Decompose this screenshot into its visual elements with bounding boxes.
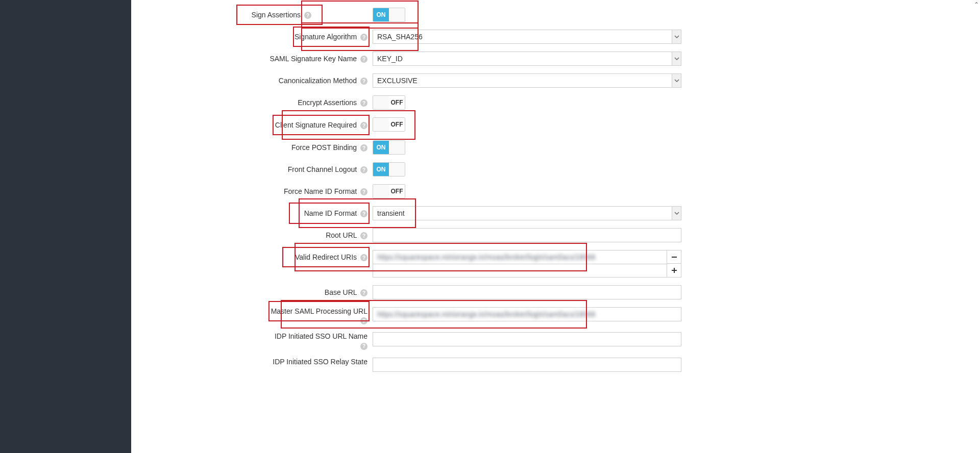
row-client-signature-required: Client Signature Required ? OFF [141,117,703,133]
input-idp-initiated-sso-relay-state[interactable] [373,358,681,372]
label-force-name-id-format: Force Name ID Format [284,187,357,195]
remove-uri-button[interactable] [667,250,681,264]
toggle-off-label [389,163,405,176]
row-saml-signature-key-name: SAML Signature Key Name ? KEY_ID [141,52,703,66]
minus-icon [671,254,677,260]
label-front-channel-logout: Front Channel Logout [288,165,357,173]
label-saml-signature-key-name: SAML Signature Key Name [270,55,357,63]
help-icon[interactable]: ? [360,78,368,85]
sidebar [0,0,131,453]
toggle-on-label [373,96,389,109]
toggle-off-label: OFF [389,96,405,109]
toggle-off-label [389,141,405,154]
input-valid-redirect-uri-0[interactable]: https://squarespace.miniorange.in/moas/b… [373,250,667,264]
help-icon[interactable]: ? [360,289,368,296]
row-root-url: Root URL ? [141,228,703,242]
toggle-encrypt-assertions[interactable]: OFF [373,95,405,110]
select-value: RSA_SHA256 [377,33,423,41]
help-icon[interactable]: ? [360,34,368,41]
help-icon[interactable]: ? [360,188,368,195]
plus-icon [671,267,677,273]
select-canonicalization-method[interactable]: EXCLUSIVE [373,73,681,88]
help-icon[interactable]: ? [360,317,368,324]
toggle-on-label [373,118,389,131]
select-value: EXCLUSIVE [377,77,418,85]
add-uri-button[interactable] [667,263,681,278]
input-idp-initiated-sso-url-name[interactable] [373,332,681,346]
row-force-name-id-format: Force Name ID Format ? OFF [141,184,703,198]
toggle-front-channel-logout[interactable]: ON [373,162,405,177]
label-root-url: Root URL [326,231,357,239]
help-icon[interactable]: ? [360,254,368,261]
chevron-down-icon [672,52,681,65]
scroll-up-indicator[interactable]: ⌃ [974,1,979,8]
label-master-saml-processing-url: Master SAML Processing URL [271,307,368,315]
toggle-force-name-id-format[interactable]: OFF [373,184,405,198]
help-icon[interactable]: ? [360,343,368,350]
svg-rect-2 [674,268,675,273]
label-force-post-binding: Force POST Binding [291,143,357,152]
label-base-url: Base URL [325,288,357,296]
help-icon[interactable]: ? [360,144,368,152]
row-encrypt-assertions: Encrypt Assertions ? OFF [141,95,703,110]
help-icon[interactable]: ? [360,232,368,239]
row-valid-redirect-uris: Valid Redirect URIs ? https://squarespac… [141,250,703,264]
toggle-on-label: ON [373,141,389,154]
label-sign-assertions: Sign Assertions [252,11,301,19]
input-root-url[interactable] [373,228,681,242]
input-master-saml-processing-url[interactable]: https://squarespace.miniorange.in/moas/b… [373,307,681,321]
help-icon[interactable]: ? [360,122,368,129]
select-saml-signature-key-name[interactable]: KEY_ID [373,52,681,66]
row-name-id-format: Name ID Format ? transient [141,206,703,220]
toggle-off-label: OFF [389,185,405,198]
label-idp-initiated-sso-url-name: IDP Initiated SSO URL Name [275,332,368,340]
row-idp-initiated-sso-relay-state: IDP Initiated SSO Relay State [141,358,703,372]
label-encrypt-assertions: Encrypt Assertions [298,98,357,107]
row-master-saml-processing-url: Master SAML Processing URL ? https://squ… [141,307,703,324]
input-valid-redirect-uri-new[interactable] [373,263,667,278]
chevron-down-icon [672,30,681,43]
row-sign-assertions: Sign Assertions ? ON [141,8,703,22]
select-value: KEY_ID [377,55,403,63]
row-front-channel-logout: Front Channel Logout ? ON [141,162,703,177]
chevron-down-icon [672,74,681,87]
row-valid-redirect-uris-add [141,263,703,278]
chevron-down-icon [672,207,681,220]
help-icon[interactable]: ? [360,99,368,107]
main-content: ⌃ Sign Assertions ? ON [131,0,980,453]
toggle-force-post-binding[interactable]: ON [373,140,405,155]
label-signature-algorithm: Signature Algorithm [295,33,357,41]
label-valid-redirect-uris: Valid Redirect URIs [295,253,357,261]
select-name-id-format[interactable]: transient [373,206,681,220]
label-client-signature-required: Client Signature Required [275,121,357,129]
row-idp-initiated-sso-url-name: IDP Initiated SSO URL Name ? [141,332,703,349]
row-signature-algorithm: Signature Algorithm ? RSA_SHA256 [141,30,703,44]
row-canonicalization-method: Canonicalization Method ? EXCLUSIVE [141,73,703,88]
settings-form: Sign Assertions ? ON Signature Algorit [141,8,703,372]
select-value: transient [377,209,405,217]
label-canonicalization-method: Canonicalization Method [279,77,357,85]
label-name-id-format: Name ID Format [304,209,357,217]
help-icon[interactable]: ? [360,166,368,173]
svg-rect-0 [672,257,677,258]
help-icon[interactable]: ? [360,210,368,217]
toggle-on-label [373,185,389,198]
help-icon[interactable]: ? [360,56,368,63]
input-base-url[interactable] [373,285,681,299]
toggle-off-label: OFF [389,118,405,131]
row-base-url: Base URL ? [141,285,703,299]
label-idp-initiated-sso-relay-state: IDP Initiated SSO Relay State [273,358,368,366]
toggle-on-label: ON [373,163,389,176]
row-force-post-binding: Force POST Binding ? ON [141,140,703,155]
select-signature-algorithm[interactable]: RSA_SHA256 [373,30,681,44]
toggle-client-signature-required[interactable]: OFF [373,117,405,132]
